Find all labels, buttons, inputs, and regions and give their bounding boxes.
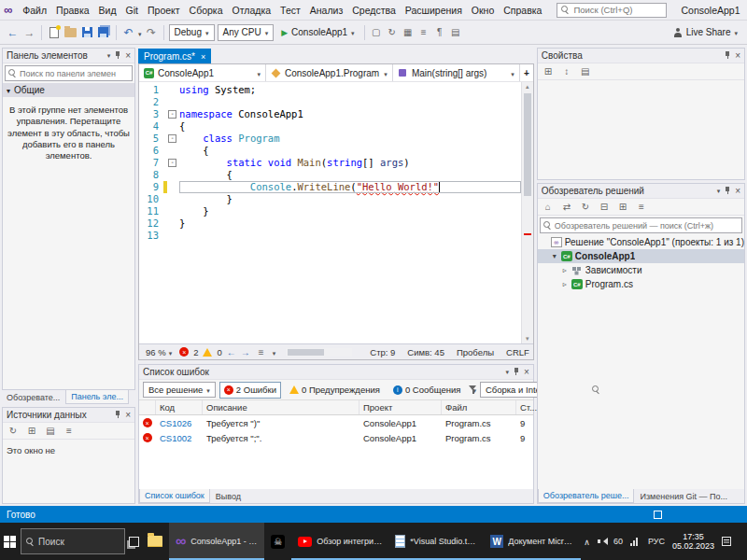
taskbar-app[interactable]: [141, 523, 169, 560]
step-over-icon[interactable]: [417, 27, 430, 37]
toolbox-search-input[interactable]: [20, 69, 129, 78]
code-line[interactable]: 4{: [139, 120, 521, 133]
tree-arrow-icon[interactable]: ▹: [561, 280, 569, 288]
sync-active-document-icon[interactable]: [579, 202, 592, 212]
tab-program-cs[interactable]: Program.cs*: [138, 49, 211, 63]
language-indicator[interactable]: РУС: [648, 537, 665, 546]
menu-item[interactable]: Файл: [18, 3, 51, 18]
warnings-filter-button[interactable]: 0 Предупреждения: [285, 382, 385, 399]
pin-icon[interactable]: [114, 411, 121, 419]
zoom-dropdown[interactable]: 96 %: [143, 347, 175, 357]
project-dropdown[interactable]: ConsoleApp1: [139, 64, 266, 81]
collapse-region-icon[interactable]: [168, 134, 176, 143]
find-in-files-icon[interactable]: [402, 27, 415, 37]
pin-icon[interactable]: [114, 51, 121, 60]
taskbar-app[interactable]: [264, 523, 291, 560]
taskbar-app[interactable]: Обзор интегриров...: [291, 523, 388, 560]
close-icon[interactable]: [524, 367, 529, 377]
taskbar-clock[interactable]: 17:35 05.02.2023: [672, 532, 714, 552]
start-debugging-button[interactable]: ConsoleApp1: [276, 23, 359, 42]
taskbar-app[interactable]: ConsoleApp1 - Mi...: [169, 523, 264, 560]
close-icon[interactable]: [735, 186, 740, 196]
menu-item[interactable]: Правка: [51, 3, 93, 18]
network-icon[interactable]: [630, 538, 641, 546]
quick-launch-search[interactable]: [557, 3, 667, 18]
save-all-icon[interactable]: [97, 23, 111, 42]
dock-tab[interactable]: Вывод: [211, 489, 246, 503]
menu-item[interactable]: Git: [121, 3, 143, 18]
vertical-scrollbar[interactable]: [521, 82, 533, 343]
add-source-icon[interactable]: [25, 426, 38, 436]
menu-item[interactable]: Проект: [143, 3, 185, 18]
code-line[interactable]: 8 {: [139, 169, 521, 181]
member-dropdown[interactable]: Main(string[] args): [393, 64, 520, 81]
code-editor[interactable]: 1using System;23namespace ConsoleApp14{5…: [139, 82, 521, 343]
window-menu-icon[interactable]: [505, 368, 509, 376]
scroll-down-icon[interactable]: [522, 335, 533, 343]
dock-tab[interactable]: Изменения Git — По...: [635, 489, 732, 503]
pin-icon[interactable]: [724, 51, 731, 60]
new-file-icon[interactable]: [47, 23, 61, 42]
column-header[interactable]: Файл: [442, 400, 516, 414]
save-icon[interactable]: [80, 23, 94, 42]
list-icon[interactable]: [63, 426, 76, 436]
column-header[interactable]: Проект: [359, 400, 442, 414]
dock-tab[interactable]: Панель эле...: [65, 390, 129, 404]
column-header[interactable]: Описание: [203, 400, 359, 414]
volume-icon[interactable]: [598, 538, 606, 545]
undo-dropdown-icon[interactable]: [138, 27, 142, 38]
live-share-button[interactable]: Live Share: [674, 27, 741, 37]
toolbox-search[interactable]: [5, 65, 133, 81]
pin-icon[interactable]: [513, 368, 520, 376]
code-line[interactable]: 7 static void Main(string[] args): [139, 157, 521, 169]
close-icon[interactable]: [125, 50, 131, 61]
code-line[interactable]: 2: [139, 96, 521, 108]
attach-debugger-icon[interactable]: [370, 27, 383, 37]
menu-item[interactable]: Справка: [499, 3, 546, 18]
previous-issue-icon[interactable]: [227, 347, 236, 357]
menu-item[interactable]: Сборка: [185, 3, 228, 18]
task-view-button[interactable]: [127, 523, 141, 560]
close-icon[interactable]: [735, 50, 740, 61]
scrollbar-thumb[interactable]: [288, 349, 324, 356]
properties-view-icon[interactable]: [579, 66, 592, 77]
split-window-grip[interactable]: [520, 67, 533, 78]
close-icon[interactable]: [125, 410, 131, 420]
taskbar-search[interactable]: [21, 528, 125, 554]
quick-launch-input[interactable]: [573, 5, 662, 15]
taskbar-search-input[interactable]: [38, 537, 120, 547]
configuration-drop[interactable]: Debug: [169, 24, 215, 41]
code-line[interactable]: 13: [139, 230, 521, 242]
code-line[interactable]: 12}: [139, 217, 521, 230]
start-button[interactable]: [0, 523, 19, 560]
navigate-back-icon[interactable]: [6, 23, 20, 42]
code-line[interactable]: 3namespace ConsoleApp1: [139, 108, 521, 120]
home-icon[interactable]: [542, 202, 555, 212]
error-indicator-icon[interactable]: [179, 347, 189, 357]
taskbar-app[interactable]: *Visual Studio.txt -...: [388, 523, 484, 560]
close-tab-icon[interactable]: [201, 51, 205, 62]
collapse-region-icon[interactable]: [168, 110, 176, 119]
window-menu-icon[interactable]: [107, 51, 111, 60]
code-line[interactable]: 6 {: [139, 145, 521, 157]
platform-dropdown[interactable]: Any CPU: [218, 24, 275, 41]
tree-item[interactable]: ▾ConsoleApp1: [538, 249, 744, 263]
next-issue-icon[interactable]: [241, 347, 250, 357]
indent-icon[interactable]: [449, 27, 462, 37]
scroll-up-icon[interactable]: [522, 83, 533, 91]
tree-item[interactable]: ▹Зависимости: [538, 263, 744, 277]
status-notification-icon[interactable]: [654, 511, 662, 519]
solution-search-input[interactable]: [555, 221, 739, 231]
tree-item[interactable]: Решение "ConsoleApp1" (проекты: 1 из 1): [538, 235, 744, 249]
undo-icon[interactable]: [121, 23, 135, 42]
menu-item[interactable]: Окно: [467, 3, 499, 18]
code-line[interactable]: 9 Console.WriteLine("Hello World!": [139, 181, 521, 193]
switch-views-icon[interactable]: [560, 202, 573, 212]
pin-icon[interactable]: [724, 187, 731, 195]
dock-tab[interactable]: Обозреватель реше...: [538, 489, 635, 503]
messages-filter-button[interactable]: 0 Сообщения: [388, 382, 465, 399]
spaces-indicator[interactable]: Пробелы: [457, 347, 494, 357]
show-all-files-icon[interactable]: [616, 202, 629, 212]
menu-item[interactable]: Средства: [347, 3, 401, 18]
navigate-forward-icon[interactable]: [22, 23, 36, 42]
